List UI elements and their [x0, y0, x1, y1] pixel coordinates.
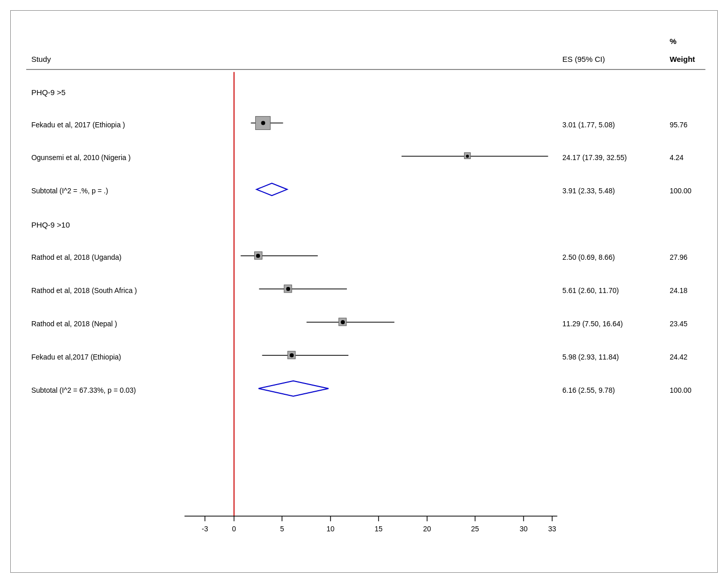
- x-tick-15: 15: [374, 525, 383, 533]
- study-fekadu-2017-eth: Fekadu et al, 2017 (Ethiopia ): [31, 121, 125, 129]
- study-ogunsemi-2010: Ogunsemi et al, 2010 (Nigeria ): [31, 153, 130, 162]
- wt-subtotal1: 100.00: [670, 187, 692, 195]
- x-tick-33: 33: [548, 525, 557, 533]
- es-ogunsemi-2010: 24.17 (17.39, 32.55): [562, 153, 627, 162]
- study-rathod-sa: Rathod et al, 2018 (South Africa ): [31, 286, 137, 295]
- wt-rathod-sa: 24.18: [670, 286, 688, 295]
- wt-fekadu-2017-eth: 95.76: [670, 121, 688, 129]
- svg-point-14: [261, 121, 265, 125]
- x-tick--3: -3: [202, 525, 208, 533]
- es-subtotal2: 6.16 (2.55, 9.78): [562, 386, 615, 394]
- wt-fekadu-2017-eth2: 24.42: [670, 353, 688, 361]
- chart-container: % Study ES (95% CI) Weight -3 0: [0, 0, 728, 583]
- study-fekadu-2017-eth2: Fekadu et al,2017 (Ethiopia): [31, 353, 121, 361]
- svg-point-24: [290, 353, 294, 357]
- es-rathod-uganda: 2.50 (0.69, 8.66): [562, 253, 615, 261]
- subtotal1-label: Subtotal (I^2 = .%, p = .): [31, 187, 108, 195]
- svg-point-22: [341, 320, 345, 324]
- diamond-subtotal1: [256, 183, 287, 195]
- subtotal2-label: Subtotal (I^2 = 67.33%, p = 0.03): [31, 386, 136, 394]
- chart-inner: % Study ES (95% CI) Weight -3 0: [10, 10, 718, 573]
- weight-header: Weight: [670, 55, 695, 63]
- study-rathod-uganda: Rathod et al, 2018 (Uganda): [31, 253, 121, 261]
- study-rathod-nepal: Rathod et al, 2018 (Nepal ): [31, 320, 117, 328]
- wt-ogunsemi-2010: 4.24: [670, 153, 683, 162]
- wt-subtotal2: 100.00: [670, 386, 692, 394]
- svg-point-18: [256, 254, 260, 258]
- es-fekadu-2017-eth2: 5.98 (2.93, 11.84): [562, 353, 619, 361]
- es-rathod-sa: 5.61 (2.60, 11.70): [562, 286, 619, 295]
- x-tick-0: 0: [232, 525, 236, 533]
- wt-rathod-nepal: 23.45: [670, 320, 688, 328]
- wt-rathod-uganda: 27.96: [670, 253, 688, 261]
- x-tick-10: 10: [326, 525, 335, 533]
- group2-header: PHQ-9 >10: [31, 220, 70, 229]
- study-header: Study: [31, 55, 51, 63]
- x-tick-25: 25: [471, 525, 479, 533]
- x-tick-30: 30: [520, 525, 528, 533]
- x-tick-5: 5: [280, 525, 284, 533]
- svg-point-20: [286, 287, 290, 291]
- es-header: ES (95% CI): [562, 55, 605, 63]
- es-fekadu-2017-eth: 3.01 (1.77, 5.08): [562, 121, 615, 129]
- es-subtotal1: 3.91 (2.33, 5.48): [562, 187, 615, 195]
- percent-label: %: [670, 37, 676, 46]
- diamond-subtotal2: [258, 381, 328, 396]
- x-tick-20: 20: [423, 525, 431, 533]
- svg-point-16: [466, 154, 469, 158]
- group1-header: PHQ-9 >5: [31, 88, 65, 97]
- es-rathod-nepal: 11.29 (7.50, 16.64): [562, 320, 623, 328]
- forest-plot-svg: % Study ES (95% CI) Weight -3 0: [11, 11, 717, 572]
